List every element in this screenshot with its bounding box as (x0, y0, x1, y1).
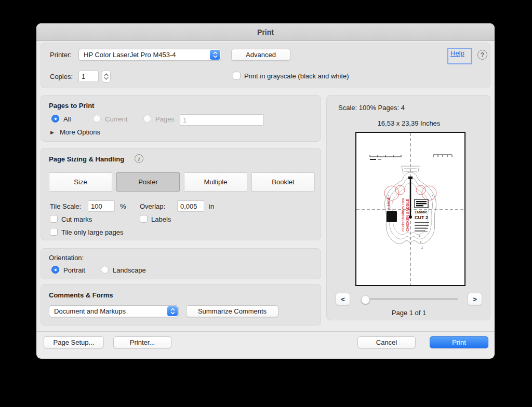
comments-forms-section: Comments & Forms Document and Markups Su… (41, 284, 321, 325)
more-options-label[interactable]: More Options (60, 128, 100, 136)
printer-button-label: Printer... (130, 338, 155, 346)
cancel-button-label: Cancel (376, 338, 397, 346)
dropdown-chevrons-icon (167, 306, 178, 316)
page-sizing-section: Page Sizing & Handling i Size Poster Mul… (41, 148, 321, 240)
comments-forms-title: Comments & Forms (49, 291, 113, 299)
orientation-title: Orientation: (49, 254, 84, 262)
prev-page-label: < (341, 295, 345, 303)
svg-text:LARGE: LARGE (387, 197, 391, 209)
page-slider[interactable] (362, 298, 458, 300)
grayscale-checkbox[interactable] (233, 72, 241, 79)
radio-landscape-label: Landscape (113, 266, 146, 274)
segment-multiple-label: Multiple (204, 178, 228, 186)
radio-current-label: Current (105, 115, 127, 123)
print-button-label: Print (452, 338, 466, 346)
comments-dropdown[interactable]: Document and Markups (49, 305, 179, 317)
tile-scale-label: Tile Scale: (50, 202, 81, 210)
screen-background: Print Printer: HP Color LaserJet Pro M45… (0, 0, 532, 407)
scale-check-ruler-right (433, 155, 452, 157)
radio-landscape[interactable] (101, 266, 109, 274)
page-setup-label: Page Setup... (54, 338, 95, 346)
pages-range-input[interactable] (180, 114, 264, 126)
svg-text:CHICKEN SADDLE: CHICKEN SADDLE (406, 199, 409, 232)
cancel-button[interactable]: Cancel (357, 336, 416, 348)
cut-marks-label: Cut marks (61, 215, 92, 223)
orientation-section: Orientation: Portrait Landscape (41, 248, 321, 279)
printer-label: Printer: (50, 51, 72, 59)
pattern-name-label: 1saddle (415, 210, 428, 214)
next-page-label: > (473, 295, 477, 303)
info-glyph: i (138, 156, 140, 162)
tile-scale-input[interactable] (88, 200, 115, 212)
labels-checkbox[interactable] (140, 215, 148, 223)
preview-size-text: 16,53 x 23,39 Inches (327, 119, 491, 127)
tile-only-large-pages-label: Tile only large pages (61, 228, 123, 236)
next-page-button[interactable]: > (468, 293, 482, 305)
segment-booklet-button[interactable]: Booklet (251, 172, 315, 192)
page-indicator: Page 1 of 1 (327, 309, 491, 317)
grayscale-label: Print in grayscale (black and white) (244, 72, 349, 80)
svg-text:2: 2 (421, 246, 423, 249)
radio-pages-label: Pages (155, 115, 175, 123)
cut-marks-checkbox[interactable] (50, 215, 58, 223)
svg-text:x: x (432, 194, 433, 197)
pattern-logo-box (415, 199, 428, 208)
radio-portrait[interactable] (51, 266, 59, 274)
pattern-logo-blob (387, 211, 397, 222)
segment-multiple-button[interactable]: Multiple (184, 172, 247, 192)
segment-booklet-label: Booklet (272, 178, 294, 186)
radio-pages[interactable] (143, 115, 151, 123)
question-glyph: ? (481, 51, 484, 59)
svg-text:3: 3 (420, 240, 421, 243)
copies-label: Copies: (50, 73, 73, 80)
radio-all-label: All (63, 115, 71, 123)
segment-size-button[interactable]: Size (49, 172, 112, 192)
svg-text:4: 4 (419, 235, 420, 238)
page-setup-button[interactable]: Page Setup... (44, 336, 104, 348)
preview-section: Scale: 100% Pages: 4 16,53 x 23,39 Inche… (326, 95, 490, 320)
svg-text:x: x (388, 194, 389, 197)
overlap-input[interactable] (177, 200, 204, 212)
copies-stepper[interactable] (102, 70, 111, 83)
print-preview-page: LARGE chickenfeathers.com CHICKEN SADDLE… (355, 132, 466, 286)
print-dialog: Print Printer: HP Color LaserJet Pro M45… (36, 23, 495, 359)
radio-portrait-label: Portrait (63, 266, 85, 274)
printer-dropdown[interactable]: HP Color LaserJet Pro M453-4 (78, 49, 221, 61)
advanced-button-label: Advanced (246, 51, 276, 59)
print-button[interactable]: Print (430, 336, 488, 348)
disclosure-triangle-icon[interactable]: ▶ (50, 130, 54, 135)
segment-poster-button[interactable]: Poster (116, 172, 180, 192)
dialog-title: Print (257, 28, 274, 36)
prev-page-button[interactable]: < (336, 293, 350, 305)
segment-poster-label: Poster (138, 178, 158, 186)
pages-to-print-section: Pages to Print All Current Pages ▶ More … (41, 95, 321, 142)
copies-input[interactable] (78, 71, 99, 82)
dropdown-chevrons-icon (210, 50, 220, 60)
help-focus-ring: Help (447, 48, 472, 64)
tile-scale-unit: % (120, 202, 126, 210)
tile-only-large-pages-checkbox[interactable] (50, 228, 58, 236)
printer-dropdown-value: HP Color LaserJet Pro M453-4 (79, 51, 209, 59)
info-icon[interactable]: i (135, 154, 143, 163)
overlap-unit: in (209, 202, 214, 210)
scale-check-ruler-left (370, 155, 401, 159)
summarize-comments-label: Summarize Comments (198, 307, 267, 315)
printer-section: Printer: HP Color LaserJet Pro M453-4 Ad… (41, 43, 490, 88)
advanced-button[interactable]: Advanced (231, 49, 290, 61)
pages-to-print-title: Pages to Print (49, 102, 94, 110)
help-question-icon[interactable]: ? (477, 50, 487, 60)
summarize-comments-button[interactable]: Summarize Comments (186, 305, 278, 317)
comments-dropdown-value: Document and Markups (49, 307, 167, 315)
title-bar[interactable]: Print (36, 23, 495, 41)
page-slider-thumb[interactable] (361, 295, 370, 304)
preview-scale-text: Scale: 100% Pages: 4 (338, 104, 405, 112)
page-sizing-title: Page Sizing & Handling (49, 155, 124, 163)
overlap-label: Overlap: (140, 202, 165, 210)
segment-size-label: Size (74, 178, 87, 186)
printer-button[interactable]: Printer... (113, 336, 171, 348)
pattern-cut-label: CUT 2 (415, 215, 428, 220)
help-link[interactable]: Help (450, 49, 464, 57)
radio-all[interactable] (51, 115, 59, 123)
sewing-pattern-preview: LARGE chickenfeathers.com CHICKEN SADDLE… (356, 133, 464, 285)
radio-current[interactable] (93, 115, 101, 123)
